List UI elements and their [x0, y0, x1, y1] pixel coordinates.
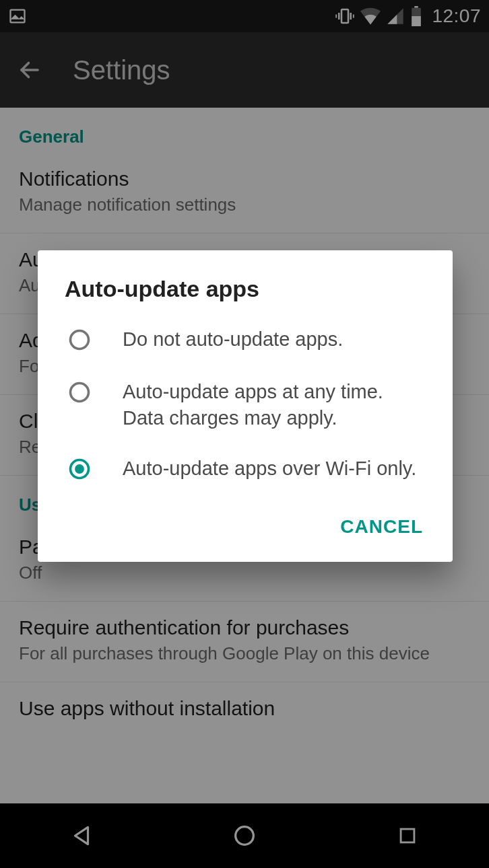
option-do-not-auto-update[interactable]: Do not auto-update apps. [38, 314, 453, 367]
radio-icon [67, 380, 92, 407]
option-label: Do not auto-update apps. [123, 326, 343, 353]
svg-point-15 [75, 464, 84, 474]
option-label: Auto-update apps at any time. Data charg… [123, 379, 426, 431]
radio-icon [67, 328, 92, 355]
svg-point-13 [71, 384, 89, 402]
radio-selected-icon [67, 457, 92, 484]
option-wifi-only[interactable]: Auto-update apps over Wi-Fi only. [38, 443, 453, 496]
auto-update-dialog: Auto-update apps Do not auto-update apps… [38, 250, 453, 562]
cancel-button[interactable]: CANCEL [337, 511, 426, 543]
dialog-title: Auto-update apps [38, 250, 453, 314]
option-any-time[interactable]: Auto-update apps at any time. Data charg… [38, 367, 453, 443]
option-label: Auto-update apps over Wi-Fi only. [123, 456, 416, 482]
svg-point-12 [71, 331, 89, 349]
